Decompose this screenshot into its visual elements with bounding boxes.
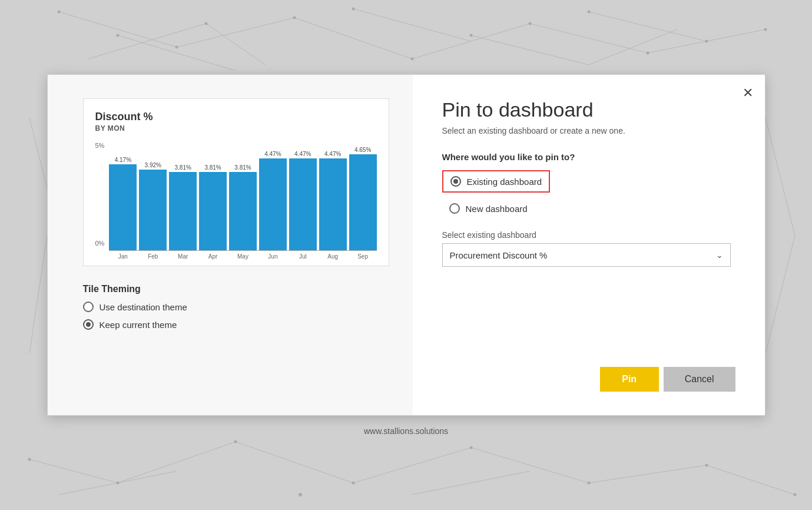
svg-point-41 [117, 482, 120, 485]
radio-destination-circle [83, 302, 94, 312]
bar-rect [319, 158, 347, 250]
pin-question: Where would you like to pin to? [442, 152, 735, 162]
x-label: Sep [349, 253, 377, 260]
svg-point-27 [58, 11, 61, 14]
x-label: Aug [319, 253, 347, 260]
radio-current-label: Keep current theme [100, 320, 177, 330]
radio-new-label: New dashboard [466, 204, 528, 214]
svg-point-31 [529, 22, 532, 25]
radio-new-circle [449, 203, 460, 214]
chevron-down-icon: ⌄ [716, 250, 723, 260]
x-label: May [229, 253, 257, 260]
radio-existing-circle [450, 176, 461, 187]
bars-wrapper: 4.17%3.92%3.81%3.81%3.81%4.47%4.47%4.47%… [109, 147, 376, 251]
svg-point-32 [647, 52, 649, 55]
svg-point-29 [293, 16, 296, 19]
bar-col: 4.47% [259, 151, 287, 250]
radio-new[interactable]: New dashboard [442, 198, 735, 218]
svg-point-42 [234, 441, 237, 443]
bar-rect [139, 170, 167, 250]
chart-area: 5% 0% 4.17%3.92%3.81%3.81%3.81%4.47%4.47… [95, 142, 377, 260]
svg-point-28 [175, 46, 178, 49]
y-label-bottom: 0% [95, 240, 105, 247]
x-label: Jan [109, 253, 137, 260]
radio-existing-inner [453, 179, 458, 184]
radio-current[interactable]: Keep current theme [83, 319, 389, 330]
dashboard-dropdown[interactable]: Procurement Discount % ⌄ [442, 243, 731, 267]
bar-col: 3.92% [139, 162, 167, 250]
footer-text: www.stallions.solutions [364, 426, 448, 436]
bar-value: 3.81% [174, 164, 191, 171]
x-labels: JanFebMarAprMayJunJulAugSep [109, 253, 376, 260]
svg-point-48 [299, 493, 302, 496]
bar-rect [199, 172, 227, 250]
svg-point-30 [411, 58, 414, 61]
x-label: Mar [169, 253, 197, 260]
bar-col: 3.81% [199, 164, 227, 250]
bar-value: 4.65% [354, 147, 371, 153]
bar-rect [349, 154, 377, 250]
bar-col: 4.47% [319, 151, 347, 250]
cancel-button[interactable]: Cancel [664, 367, 735, 392]
x-label: Jul [289, 253, 317, 260]
tile-theming-section: Tile Theming Use destination theme Keep … [83, 284, 389, 330]
y-labels: 5% 0% [95, 142, 105, 260]
svg-point-40 [28, 458, 31, 461]
bar-rect [109, 164, 137, 250]
y-label-top: 5% [95, 142, 105, 149]
bar-col: 3.81% [169, 164, 197, 250]
bar-col: 4.17% [109, 157, 137, 250]
left-panel: Discount % BY MON 5% 0% 4.17%3.92%3.81%3… [48, 75, 413, 415]
close-button[interactable]: ✕ [743, 87, 753, 100]
dialog-container: Discount % BY MON 5% 0% 4.17%3.92%3.81%3… [47, 74, 765, 436]
bar-col: 4.65% [349, 147, 377, 250]
bar-rect [289, 158, 317, 250]
radio-destination[interactable]: Use destination theme [83, 302, 389, 312]
chart-subtitle: BY MON [95, 124, 377, 133]
svg-point-36 [352, 8, 355, 11]
bar-value: 4.47% [264, 151, 281, 157]
action-buttons: Pin Cancel [442, 367, 735, 392]
svg-point-47 [794, 494, 797, 496]
bar-value: 4.47% [294, 151, 311, 157]
chart-title: Discount % [95, 111, 377, 123]
chart-container: Discount % BY MON 5% 0% 4.17%3.92%3.81%3… [83, 98, 389, 266]
radio-current-circle [83, 319, 94, 330]
pin-title: Pin to dashboard [442, 98, 735, 121]
radio-current-inner [86, 322, 91, 327]
bar-value: 4.17% [115, 157, 131, 163]
dropdown-value: Procurement Discount % [450, 250, 548, 260]
bar-rect [229, 172, 257, 250]
bars-section: 4.17%3.92%3.81%3.81%3.81%4.47%4.47%4.47%… [109, 147, 376, 260]
x-label: Feb [139, 253, 167, 260]
bar-value: 3.81% [234, 164, 251, 171]
svg-point-44 [470, 446, 473, 449]
right-panel: ✕ Pin to dashboard Select an existing da… [413, 75, 765, 415]
svg-point-34 [117, 34, 120, 37]
svg-point-45 [588, 482, 591, 485]
dialog: Discount % BY MON 5% 0% 4.17%3.92%3.81%3… [47, 74, 765, 416]
bar-col: 3.81% [229, 164, 257, 250]
bar-value: 4.47% [324, 151, 341, 157]
svg-point-43 [352, 482, 355, 485]
bar-value: 3.81% [204, 164, 221, 171]
x-label: Apr [199, 253, 227, 260]
pin-button[interactable]: Pin [600, 367, 659, 392]
radio-existing[interactable]: Existing dashboard [442, 170, 551, 193]
svg-point-33 [764, 28, 767, 31]
svg-point-35 [205, 22, 208, 25]
bar-value: 3.92% [145, 162, 161, 168]
pin-subtitle: Select an existing dashboard or create a… [442, 126, 735, 135]
select-label: Select existing dashboard [442, 230, 735, 240]
bar-col: 4.47% [289, 151, 317, 250]
bar-rect [169, 172, 197, 250]
x-label: Jun [259, 253, 287, 260]
svg-point-46 [705, 464, 708, 467]
radio-existing-label: Existing dashboard [467, 177, 542, 187]
radio-destination-label: Use destination theme [100, 302, 187, 312]
svg-point-37 [470, 34, 473, 37]
tile-theming-title: Tile Theming [83, 284, 389, 294]
svg-point-39 [705, 40, 708, 43]
svg-point-38 [588, 11, 591, 14]
bar-rect [259, 158, 287, 250]
